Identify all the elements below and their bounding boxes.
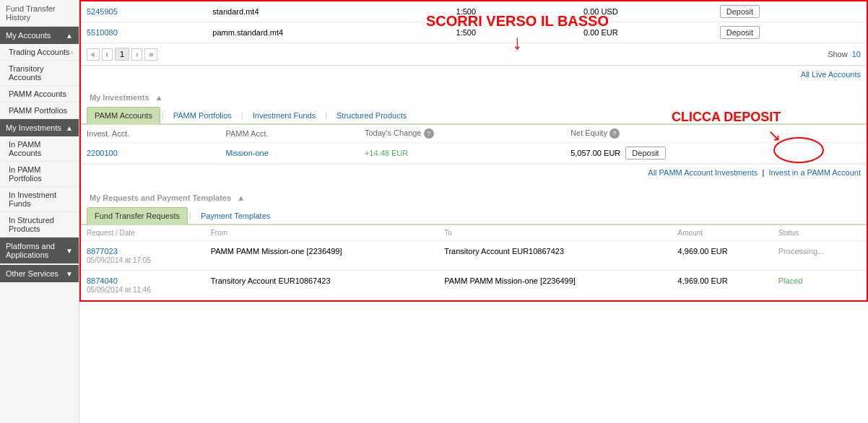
col-net-equity: Net Equity ? <box>565 125 837 143</box>
invest-acct-link[interactable]: 2200100 <box>87 149 118 157</box>
request-id-cell: 8874040 05/09/2014 at 11:46 <box>81 271 205 300</box>
requests-tabs: Fund Transfer Requests | Payment Templat… <box>81 207 867 225</box>
pagination-bar: « ‹ 1 › » Show 10 <box>81 43 867 66</box>
help-icon[interactable]: ? <box>424 128 434 139</box>
status-cell: Processing... <box>773 241 867 271</box>
tab-structured-products[interactable]: Structured Products <box>329 107 415 125</box>
from-cell: Transitory Account EUR10867423 <box>205 271 438 300</box>
my-accounts-header[interactable]: My Accounts ▲ <box>0 27 79 44</box>
tab-pamm-accounts[interactable]: PAMM Accounts <box>87 107 160 125</box>
request-date: 05/09/2014 at 17:05 <box>87 256 151 264</box>
my-accounts-label: My Accounts <box>6 31 51 40</box>
show-label: Show <box>828 50 848 58</box>
collapse-icon[interactable]: ▲ <box>237 193 245 202</box>
first-page-button[interactable]: « <box>87 48 100 61</box>
show-control: Show 10 <box>828 50 861 58</box>
col-todays-change: Today's Change ? <box>359 125 565 143</box>
requests-title: My Requests and Payment Templates ▲ <box>81 183 867 207</box>
platforms-header[interactable]: Platforms and Applications ▼ <box>0 237 79 263</box>
arrow-right-icon: › <box>71 48 73 56</box>
account-id-link[interactable]: 5245905 <box>87 7 118 16</box>
all-pamm-investments-link[interactable]: All PAMM Account Investments <box>648 168 758 177</box>
col-pamm-acct: PAMM Acct. <box>220 125 358 143</box>
tab-fund-transfer-requests[interactable]: Fund Transfer Requests <box>87 207 188 225</box>
platforms-label: Platforms and Applications <box>6 242 66 259</box>
deposit-button[interactable]: Deposit <box>720 26 760 39</box>
sidebar-item-transitory-accounts[interactable]: Transitory Accounts <box>0 61 79 86</box>
tab-investment-funds[interactable]: Investment Funds <box>245 107 324 125</box>
col-request-date: Request / Date <box>81 225 205 241</box>
to-cell: PAMM PAMM Mission-one [2236499] <box>438 271 672 300</box>
table-header-row: Request / Date From To Amount Status <box>81 225 867 241</box>
to-cell: Transitory Account EUR10867423 <box>438 241 672 271</box>
col-actions <box>837 125 867 143</box>
sidebar-item-in-investment-funds[interactable]: In Investment Funds <box>0 187 79 212</box>
from-cell: PAMM PAMM Mission-one [2236499] <box>205 241 438 271</box>
sidebar-item-in-pamm-portfolios[interactable]: In PAMM Portfolios <box>0 162 79 187</box>
investments-tabs: PAMM Accounts | PAMM Portfolios | Invest… <box>81 107 867 125</box>
request-row: 8874040 05/09/2014 at 11:46 Transitory A… <box>81 271 867 300</box>
requests-table: Request / Date From To Amount Status 887… <box>81 225 867 300</box>
col-invest-acct: Invest. Acct. <box>81 125 220 143</box>
red-outline-section: 5245905 standard.mt4 1:500 0.00 USD Depo… <box>79 0 868 302</box>
prev-page-button[interactable]: ‹ <box>102 48 113 61</box>
sidebar-item-pamm-accounts[interactable]: PAMM Accounts <box>0 86 79 103</box>
request-id-cell: 8877023 05/09/2014 at 17:05 <box>81 241 205 271</box>
sidebar: Fund Transfer History My Accounts ▲ Trad… <box>0 0 79 423</box>
pagination-controls: « ‹ 1 › » <box>87 48 157 61</box>
amount-cell: 4,969.00 EUR <box>672 241 773 271</box>
col-to: To <box>438 225 672 241</box>
sidebar-item-in-structured-products[interactable]: In Structured Products <box>0 212 79 237</box>
invest-pamm-link[interactable]: Invest in a PAMM Account <box>768 168 861 177</box>
pamm-acct-link[interactable]: Mission-one <box>225 149 268 157</box>
actions-cell <box>837 143 867 164</box>
tab-pamm-portfolios[interactable]: PAMM Portfolios <box>165 107 240 125</box>
other-services-label: Other Services <box>6 269 58 278</box>
deposit-button[interactable]: Deposit <box>720 5 760 18</box>
request-id-link[interactable]: 8877023 <box>87 247 118 256</box>
current-page: 1 <box>115 48 129 61</box>
all-live-accounts-row: All Live Accounts <box>81 66 867 83</box>
show-value-link[interactable]: 10 <box>852 50 861 58</box>
last-page-button[interactable]: » <box>144 48 157 61</box>
request-row: 8877023 05/09/2014 at 17:05 PAMM PAMM Mi… <box>81 241 867 271</box>
other-services-header[interactable]: Other Services ▼ <box>0 265 79 282</box>
sidebar-item-in-pamm-accounts[interactable]: In PAMM Accounts <box>0 136 79 162</box>
col-status: Status <box>773 225 867 241</box>
table-header-row: Invest. Acct. PAMM Acct. Today's Change … <box>81 125 867 143</box>
fund-transfer-history[interactable]: Fund Transfer History <box>0 0 79 27</box>
chevron-up-icon: ▲ <box>66 32 73 40</box>
help-icon[interactable]: ? <box>609 128 620 139</box>
collapse-icon[interactable]: ▲ <box>155 93 163 102</box>
amount-cell: 4,969.00 EUR <box>672 271 773 300</box>
all-live-accounts-link[interactable]: All Live Accounts <box>801 70 861 79</box>
pamm-links-row: All PAMM Account Investments | Invest in… <box>81 164 867 180</box>
my-investments-label: My Investments <box>6 123 61 132</box>
col-from: From <box>205 225 438 241</box>
my-investments-header[interactable]: My Investments ▲ <box>0 119 79 136</box>
sidebar-item-trading-accounts[interactable]: Trading Accounts › <box>0 44 79 61</box>
requests-section: My Requests and Payment Templates ▲ Fund… <box>81 180 867 300</box>
investments-table: Invest. Acct. PAMM Acct. Today's Change … <box>81 125 867 164</box>
next-page-button[interactable]: › <box>131 48 142 61</box>
chevron-down-icon: ▼ <box>66 247 73 255</box>
trading-accounts-table: 5245905 standard.mt4 1:500 0.00 USD Depo… <box>81 1 867 43</box>
content-wrapper: 5245905 standard.mt4 1:500 0.00 USD Depo… <box>79 0 868 302</box>
request-id-link[interactable]: 8874040 <box>87 276 118 285</box>
net-equity-value: 5,057.00 EUR Deposit <box>565 143 837 164</box>
my-investments-section: My Investments ▲ PAMM Accounts | PAMM Po… <box>81 83 867 180</box>
main-content: 5245905 standard.mt4 1:500 0.00 USD Depo… <box>79 0 868 423</box>
todays-change-value: +14.48 EUR <box>359 143 565 164</box>
col-amount: Amount <box>672 225 773 241</box>
chevron-down-icon: ▼ <box>66 270 73 278</box>
investment-deposit-button[interactable]: Deposit <box>625 147 665 160</box>
sidebar-item-pamm-portfolios[interactable]: PAMM Portfolios <box>0 103 79 119</box>
investment-row: 2200100 Mission-one +14.48 EUR 5,057.00 … <box>81 143 867 164</box>
chevron-up-icon: ▲ <box>66 124 73 132</box>
request-date: 05/09/2014 at 11:46 <box>87 286 151 294</box>
status-cell: Placed <box>773 271 867 300</box>
table-row: 5510080 pamm.standard.mt4 1:500 0.00 EUR… <box>81 22 867 43</box>
my-investments-title: My Investments ▲ <box>81 83 867 107</box>
tab-payment-templates[interactable]: Payment Templates <box>193 207 278 225</box>
account-id-link[interactable]: 5510080 <box>87 28 118 37</box>
